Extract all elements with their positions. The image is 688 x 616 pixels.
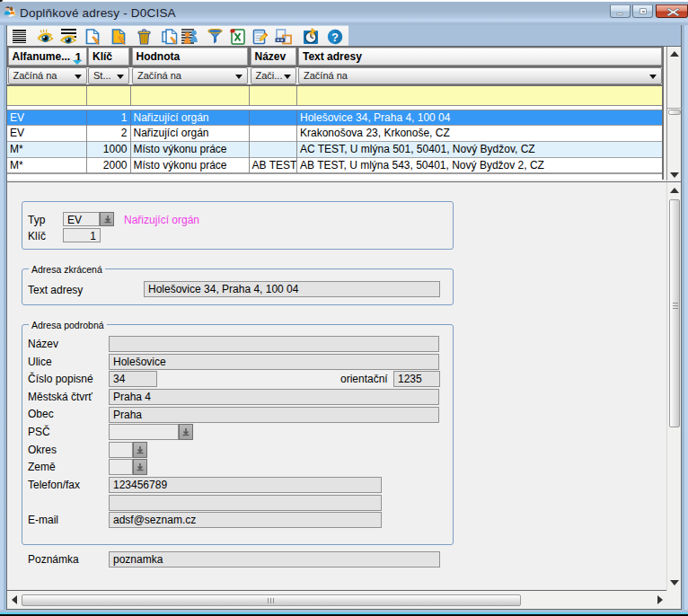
svg-text:?: ?: [331, 31, 339, 44]
